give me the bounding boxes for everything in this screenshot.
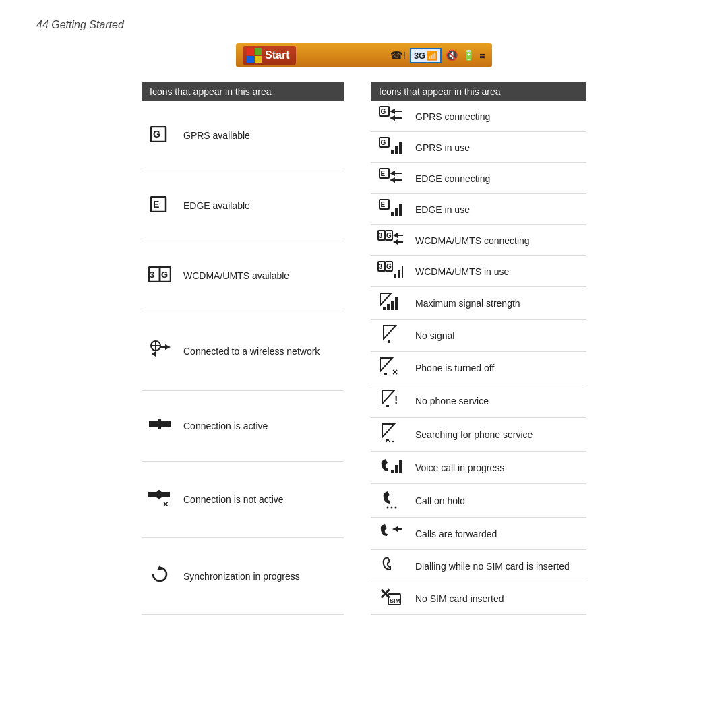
table-row: G GPRS available [142, 101, 344, 171]
gprs-connecting-label: GPRS connecting [410, 101, 586, 132]
no-signal-icon [371, 320, 410, 352]
table-row: × Connection is not active [142, 461, 344, 538]
taskbar-icons: ☎! 3G 📶 🔇 🔋 ≡ [390, 48, 485, 63]
table-row: Calls are forwarded [371, 518, 586, 550]
table-row: 3 G WCDMA/UMTS available [142, 241, 344, 311]
wcdma-avail-icon: 3 G [142, 241, 178, 311]
svg-rect-51 [383, 307, 386, 310]
svg-text:3: 3 [379, 232, 383, 239]
no-signal-label: No signal [410, 320, 586, 352]
edge-inuse-label: EDGE in use [410, 194, 586, 225]
svg-point-67 [387, 507, 389, 509]
svg-rect-49 [398, 270, 400, 278]
svg-rect-26 [391, 150, 394, 154]
svg-rect-65 [395, 465, 398, 473]
searching-icon [371, 418, 410, 452]
table-row: Call on hold [371, 484, 586, 518]
svg-rect-48 [394, 274, 396, 278]
svg-rect-53 [391, 301, 394, 310]
svg-marker-15 [149, 419, 166, 429]
table-row: E EDGE connecting [371, 163, 586, 194]
svg-text:3: 3 [150, 270, 154, 280]
battery-icon: 🔋 [462, 49, 475, 61]
svg-text:E: E [153, 199, 159, 210]
main-content: Icons that appear in this area G GPRS av… [0, 82, 728, 615]
edge-connecting-label: EDGE connecting [410, 163, 586, 194]
gprs-avail-label: GPRS available [178, 101, 344, 171]
dial-nosim-icon [371, 550, 410, 582]
svg-rect-66 [399, 460, 402, 473]
svg-rect-56 [384, 373, 387, 375]
svg-marker-23 [390, 115, 402, 121]
wifi-icon [142, 311, 178, 390]
right-icon-table: Icons that appear in this area G GPRS co… [371, 82, 586, 615]
svg-rect-28 [399, 142, 402, 154]
voice-call-label: Voice call in progress [410, 452, 586, 484]
svg-text:G: G [161, 270, 168, 280]
edge-avail-icon: E [142, 171, 178, 241]
edge-connecting-icon: E [371, 163, 410, 194]
volume-icon: 🔇 [446, 49, 458, 61]
edge-avail-label: EDGE available [178, 171, 344, 241]
svg-marker-32 [390, 177, 402, 183]
calls-forwarded-label: Calls are forwarded [410, 518, 586, 550]
table-row: G GPRS in use [371, 132, 586, 163]
wcdma-inuse-label: WCDMA/UMTS in use [410, 256, 586, 287]
svg-rect-55 [388, 340, 390, 343]
svg-text:SIM: SIM [390, 597, 400, 604]
svg-point-61 [386, 441, 387, 442]
svg-marker-13 [152, 351, 156, 357]
no-phone-service-icon: ! [371, 384, 410, 418]
gprs-inuse-label: GPRS in use [410, 132, 586, 163]
svg-text:G: G [381, 108, 386, 115]
svg-rect-36 [395, 208, 398, 216]
wifi-label: Connected to a wireless network [178, 311, 344, 390]
windows-flag-icon [247, 48, 262, 63]
dial-nosim-label: Dialling while no SIM card is inserted [410, 550, 586, 582]
searching-label: Searching for phone service [410, 418, 586, 452]
table-row: Maximum signal strength [371, 287, 586, 320]
menu-icon: ≡ [479, 50, 485, 61]
page-label: 44 Getting Started [0, 0, 728, 31]
gprs-avail-icon: G [142, 101, 178, 171]
3g-signal-box: 3G 📶 [410, 48, 442, 63]
table-row: Connected to a wireless network [142, 311, 344, 390]
svg-text:G: G [153, 129, 160, 140]
wcdma-inuse-icon: 3 G [371, 256, 410, 287]
gprs-inuse-icon: G [371, 132, 410, 163]
phone-off-icon: × [371, 352, 410, 384]
svg-rect-52 [387, 304, 390, 310]
conn-inactive-icon: × [142, 461, 178, 538]
table-row: Synchronization in progress [142, 538, 344, 615]
svg-point-63 [392, 441, 394, 442]
left-icon-table: Icons that appear in this area G GPRS av… [142, 82, 344, 615]
table-row: Dialling while no SIM card is inserted [371, 550, 586, 582]
right-table-header: Icons that appear in this area [371, 82, 586, 101]
table-row: ✕ SIM No SIM card inserted [371, 582, 586, 615]
svg-point-68 [391, 507, 393, 509]
calls-forwarded-icon [371, 518, 410, 550]
svg-rect-37 [399, 204, 402, 216]
taskbar-container: Start ☎! 3G 📶 🔇 🔋 ≡ [0, 43, 728, 67]
start-label[interactable]: Start [265, 49, 289, 61]
table-row: Searching for phone service [371, 418, 586, 452]
svg-rect-60 [386, 439, 389, 441]
svg-marker-43 [393, 239, 403, 245]
svg-rect-64 [391, 470, 394, 473]
table-row: ! No phone service [371, 384, 586, 418]
table-row: 3 G WCDMA/UMTS in use [371, 256, 586, 287]
call-hold-icon [371, 484, 410, 518]
table-row: G GPRS connecting [371, 101, 586, 132]
svg-text:×: × [392, 367, 398, 375]
table-row: No signal [371, 320, 586, 352]
taskbar-start[interactable]: Start [243, 46, 296, 65]
wcdma-connecting-label: WCDMA/UMTS connecting [410, 225, 586, 256]
svg-text:E: E [381, 201, 386, 208]
table-row: Connection is active [142, 391, 344, 461]
conn-active-label: Connection is active [178, 391, 344, 461]
3g-label: 3G [414, 51, 425, 61]
sync-label: Synchronization in progress [178, 538, 344, 615]
svg-marker-70 [392, 526, 402, 532]
table-row: × Phone is turned off [371, 352, 586, 384]
taskbar: Start ☎! 3G 📶 🔇 🔋 ≡ [236, 43, 492, 67]
